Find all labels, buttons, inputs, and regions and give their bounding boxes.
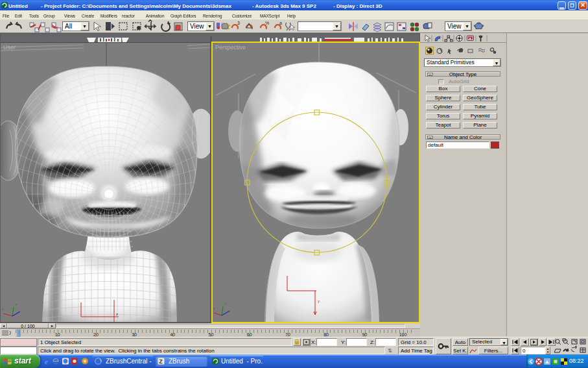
svg-text:Z: Z [159, 358, 163, 365]
svg-text:x: x [213, 306, 215, 310]
svg-text:50: 50 [209, 332, 214, 337]
svg-text:%: % [265, 21, 269, 25]
svg-text:80: 80 [323, 332, 329, 337]
svg-text:70: 70 [285, 332, 290, 337]
svg-text:90: 90 [362, 332, 367, 337]
svg-text:30: 30 [132, 332, 137, 337]
svg-text:x: x [2, 307, 4, 311]
svg-text:100: 100 [399, 332, 407, 337]
svg-text:20: 20 [93, 332, 99, 337]
svg-text:10: 10 [55, 332, 60, 337]
svg-text:y: y [318, 299, 320, 303]
svg-text:3: 3 [237, 21, 240, 25]
svg-text:40: 40 [170, 332, 175, 337]
svg-text:z: z [116, 312, 118, 316]
svg-text:60: 60 [247, 332, 252, 337]
svg-text:a: a [279, 21, 282, 25]
svg-text:z: z [15, 302, 17, 306]
svg-text:e: e [45, 358, 48, 365]
svg-text:z: z [224, 302, 226, 306]
